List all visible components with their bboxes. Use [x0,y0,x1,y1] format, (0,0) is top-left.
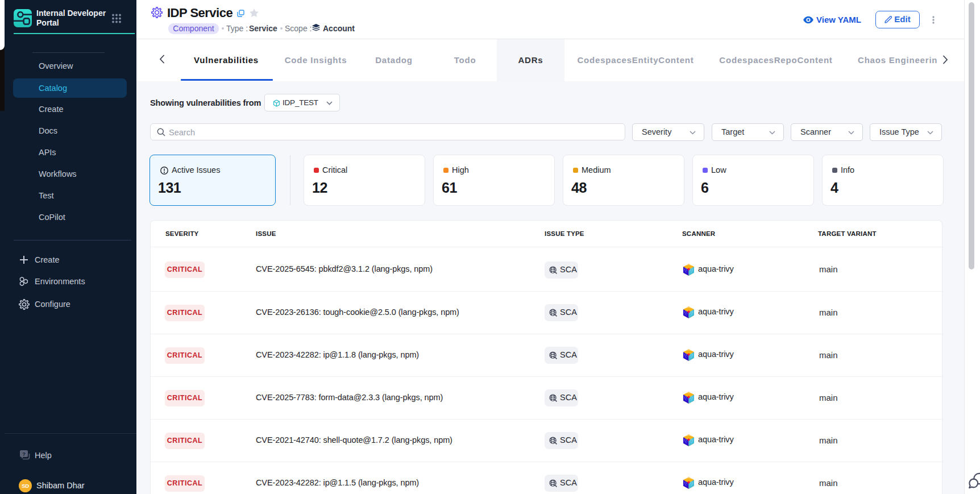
svg-text:?: ? [22,451,26,457]
